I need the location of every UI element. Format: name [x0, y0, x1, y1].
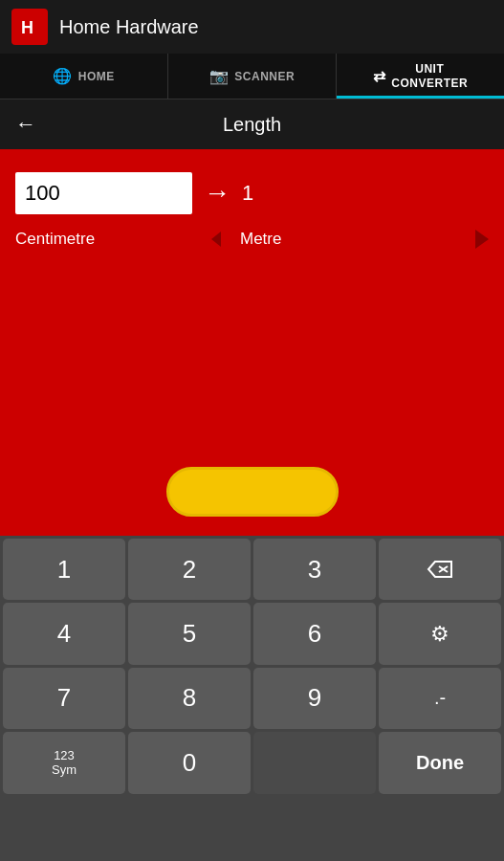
- key-backspace[interactable]: [379, 539, 501, 600]
- key-0[interactable]: 0: [128, 732, 251, 793]
- app-header: H Home Hardware: [0, 0, 504, 54]
- svg-text:H: H: [21, 18, 33, 37]
- key-5[interactable]: 5: [128, 603, 251, 664]
- app-logo: H: [11, 9, 48, 45]
- unit-labels-row: Centimetre Metre: [15, 230, 489, 249]
- from-unit-selector[interactable]: [192, 232, 240, 247]
- back-button[interactable]: ←: [15, 112, 36, 137]
- svg-marker-2: [428, 562, 451, 577]
- scanner-icon: 📷: [209, 67, 230, 85]
- key-decimal-minus[interactable]: .-: [379, 668, 501, 729]
- to-unit-label: Metre: [240, 230, 281, 249]
- key-6[interactable]: 6: [253, 603, 376, 664]
- app-title: Home Hardware: [59, 16, 199, 38]
- convert-btn-area: [15, 249, 489, 520]
- from-unit-triangle-icon: [211, 232, 221, 247]
- to-unit-area: Metre: [240, 230, 489, 249]
- key-1[interactable]: 1: [3, 539, 125, 600]
- tab-home-label: HOME: [78, 70, 115, 83]
- to-unit-triangle-icon[interactable]: [475, 230, 489, 249]
- page-title: Length: [52, 114, 452, 136]
- convert-arrow-icon: →: [204, 178, 230, 209]
- from-unit-label: Centimetre: [15, 230, 192, 249]
- key-empty: [253, 732, 376, 793]
- tab-home[interactable]: 🌐 HOME: [0, 54, 168, 99]
- converter-area: → 1 Centimetre Metre: [0, 149, 504, 536]
- key-settings[interactable]: ⚙: [379, 603, 501, 664]
- key-7[interactable]: 7: [3, 668, 125, 729]
- key-3[interactable]: 3: [253, 539, 376, 600]
- key-sym[interactable]: 123Sym: [3, 732, 125, 793]
- convert-button[interactable]: [166, 467, 339, 517]
- keyboard: 1 2 3 4 5 6 ⚙ 7 8 9 .- 123Sym 0 Done: [0, 536, 504, 861]
- tab-unit-converter[interactable]: ⇄ UNITCONVERTER: [337, 54, 504, 99]
- key-9[interactable]: 9: [253, 668, 376, 729]
- key-4[interactable]: 4: [3, 603, 125, 664]
- converter-input-row: → 1: [15, 172, 489, 214]
- tab-scanner-label: SCANNER: [234, 70, 295, 83]
- key-2[interactable]: 2: [128, 539, 251, 600]
- page-header: ← Length: [0, 99, 504, 149]
- value-input[interactable]: [15, 172, 192, 214]
- converter-icon: ⇄: [373, 67, 386, 85]
- nav-tabs: 🌐 HOME 📷 SCANNER ⇄ UNITCONVERTER: [0, 54, 504, 99]
- key-8[interactable]: 8: [128, 668, 251, 729]
- key-done[interactable]: Done: [379, 732, 501, 793]
- tab-scanner[interactable]: 📷 SCANNER: [168, 54, 337, 99]
- tab-converter-label: UNITCONVERTER: [391, 62, 468, 90]
- home-icon: 🌐: [53, 67, 73, 85]
- result-value: 1: [242, 181, 253, 206]
